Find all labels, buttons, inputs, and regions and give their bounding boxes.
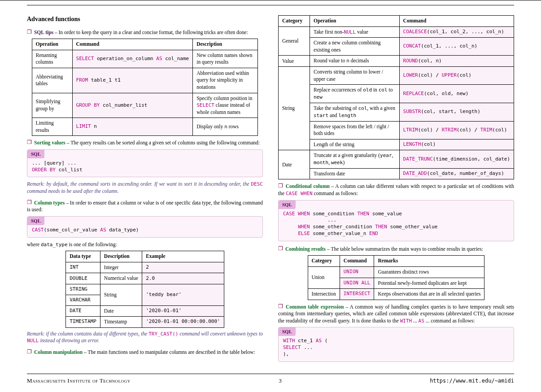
footer: Massachusetts Institute of Technology 3 … <box>27 374 514 385</box>
table-row: DATE Date '2020-01-01' <box>66 305 224 317</box>
tip-desc: – The table below summarizes the main wa… <box>327 246 483 252</box>
cell-dt: DOUBLE <box>66 273 100 284</box>
sorting-para: ❐ Sorting values – The query results can… <box>27 139 263 147</box>
sql-code: CASE WHEN some_condition THEN some_value… <box>279 209 514 241</box>
cell-dt: STRING <box>66 284 100 295</box>
cell-desc: Integer <box>100 262 142 273</box>
table-row: Abbreviating tables FROM table_1 t1 Abbr… <box>32 68 258 93</box>
table-row: Remove spaces from the left / right / bo… <box>279 121 514 139</box>
cell-ex: 2.0 <box>142 273 224 284</box>
cell-cat: Date <box>279 150 310 179</box>
th-operation: Operation <box>32 39 72 50</box>
table-row: Intersection INTERSECT Keeps observation… <box>308 289 484 300</box>
cell-cat: Union <box>308 267 340 289</box>
cell-cmd: SUBSTR(col, start, length) <box>399 103 514 121</box>
table-row: INT Integer 2 <box>66 262 224 273</box>
sql-code: WITH cte_1 AS ( SELECT ... ), <box>279 336 514 362</box>
tip-desc: – The query results can be sorted along … <box>67 140 260 145</box>
tip-name: Sorting values <box>34 140 65 145</box>
condcol-para: ❐ Conditional column – A column can take… <box>278 182 514 197</box>
sql-block-casewhen: SQL CASE WHEN some_condition THEN some_v… <box>278 200 514 241</box>
cell-cat: General <box>279 26 310 56</box>
th-description: Description <box>100 251 142 262</box>
cell-op: Abbreviating tables <box>32 68 72 93</box>
cell-dt: DATE <box>66 305 100 317</box>
tip-name: Column types <box>34 200 65 205</box>
bookmark-icon: ❐ <box>278 303 283 309</box>
table-row: Union UNION Guarantees distinct rows <box>308 267 484 278</box>
tip-desc: – The main functions used to manipulate … <box>84 349 255 355</box>
colmanip-table: Category Operation Command General Take … <box>278 15 514 179</box>
cell-op: Simplifying group by <box>32 93 72 118</box>
cell-desc: New column names shown in query results <box>193 50 258 68</box>
cell-cmd: DATE_TRUNC(time_dimension, col_date) <box>399 150 514 169</box>
table-row: Transform date DATE_ADD(col_date, number… <box>279 168 514 179</box>
bookmark-icon: ❐ <box>27 139 32 145</box>
coltypes-para: ❐ Column types – In order to ensure that… <box>27 199 263 213</box>
where-line: where data_type is one of the following: <box>27 241 263 248</box>
table-row: Value Round value to n decimals ROUND(co… <box>279 56 514 67</box>
cell-cmd: INTERSECT <box>344 291 371 296</box>
cell-cmd: DATE_ADD(col_date, number_of_days) <box>399 168 514 179</box>
sql-code: CAST(some_col_or_value AS data_type) <box>27 225 262 237</box>
sql-label: SQL <box>27 217 44 225</box>
sql-block-sorting: SQL ... [query] ... ORDER BY col_list <box>27 149 263 178</box>
table-row: Date Truncate at a given granularity (ye… <box>279 150 514 169</box>
table-row: Take the substring of col, with a given … <box>279 103 514 121</box>
cell-op: Replace occurrences of old in col to new <box>310 85 400 103</box>
sql-label: SQL <box>27 150 44 158</box>
cell-ex: 2 <box>142 262 224 273</box>
coltypes-remark: Remark: if the column contains data of d… <box>27 331 263 345</box>
table-row: Simplifying group by GROUP BY col_number… <box>32 93 258 118</box>
cell-op: Converts string column to lower / upper … <box>310 67 400 85</box>
tip-name: Combining results <box>285 246 326 252</box>
table-row: Limiting results LIMIT n Display only n … <box>32 118 258 136</box>
th-remarks: Remarks <box>374 256 484 267</box>
table-header: Data type Description Example <box>66 251 224 262</box>
th-operation: Operation <box>310 16 400 27</box>
cell-cmd: COALESCE(col_1, col_2, ..., col_n) <box>399 26 514 38</box>
cell-cmd: GROUP BY col_number_list <box>72 93 193 118</box>
table-row: Replace occurrences of old in col to new… <box>279 85 514 103</box>
cell-op: Limiting results <box>32 118 72 136</box>
th-datatype: Data type <box>66 251 100 262</box>
cell-cmd: SELECT operation_on_column AS col_name <box>72 50 193 68</box>
two-column-layout: Advanced functions ❐ SQL tips – In order… <box>27 13 514 366</box>
cell-rem: Keeps observations that are in all selec… <box>374 289 484 300</box>
tip-name: Conditional column <box>286 183 330 189</box>
cell-desc: Display only n rows <box>193 118 258 136</box>
cell-ex: '2020-01-01' <box>142 305 224 317</box>
cell-op: Truncate at a given granularity (year, m… <box>310 150 400 169</box>
table-row: Length of the string LENGTH(col) <box>279 139 514 150</box>
th-category: Category <box>308 256 340 267</box>
sql-label: SQL <box>279 327 296 336</box>
table-row: DOUBLE Numerical value 2.0 <box>66 273 224 284</box>
cell-desc: String <box>100 284 142 305</box>
cell-cat: String <box>279 67 310 150</box>
cell-desc: Date <box>100 305 142 317</box>
tip-name: SQL tips <box>34 30 53 35</box>
combining-para: ❐ Combining results – The table below su… <box>278 245 514 253</box>
cell-cat: Intersection <box>308 289 340 300</box>
cell-cat: Value <box>279 56 310 67</box>
bookmark-icon: ❐ <box>27 199 32 205</box>
cell-desc: Specify column position in SELECT clause… <box>193 93 258 118</box>
table-row: Renaming columns SELECT operation_on_col… <box>32 50 258 68</box>
tip-name: Column manipulation <box>34 349 83 355</box>
table-header: Operation Command Description <box>32 39 258 50</box>
cell-cmd: LIMIT n <box>72 118 193 136</box>
cell-desc: Abbreviation used within query for simpl… <box>193 68 258 93</box>
right-column: Category Operation Command General Take … <box>278 13 514 366</box>
sql-tips-table: Operation Command Description Renaming c… <box>32 39 258 136</box>
cte-para: ❐ Common table expression – A common way… <box>278 303 514 325</box>
left-column: Advanced functions ❐ SQL tips – In order… <box>27 13 263 366</box>
table-row: String Converts string column to lower /… <box>279 67 514 85</box>
cell-ex: '2020-01-01 00:00:00.000' <box>142 317 224 328</box>
table-header: Category Command Remarks <box>308 256 484 267</box>
combining-table: Category Command Remarks Union UNION Gua… <box>308 255 485 300</box>
th-command: Command <box>399 16 514 27</box>
cell-ex: 'teddy bear' <box>142 284 224 305</box>
bookmark-icon: ❐ <box>27 29 32 35</box>
bookmark-icon: ❐ <box>278 245 283 252</box>
sorting-remark: Remark: by default, the command sorts in… <box>27 181 263 195</box>
